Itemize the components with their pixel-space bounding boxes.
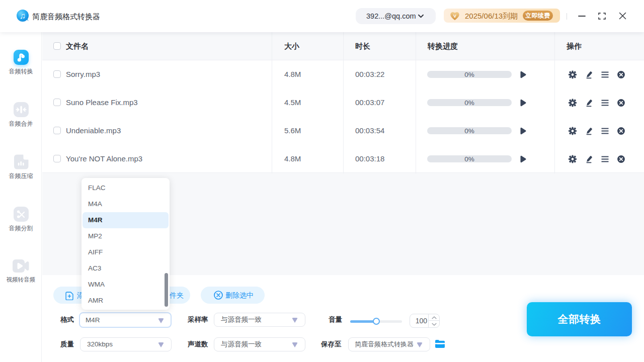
svg-text:♫: ♫ xyxy=(20,11,26,21)
svg-text:V: V xyxy=(453,14,456,19)
